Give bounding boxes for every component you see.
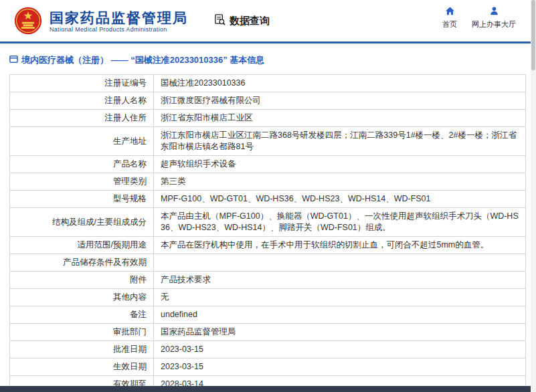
row-value: 产品技术要求 — [154, 272, 526, 289]
row-value: 2023-03-15 — [154, 359, 526, 376]
row-value: 第三类 — [154, 173, 526, 191]
row-label: 注册人住所 — [10, 110, 154, 127]
breadcrumb-icon — [9, 55, 18, 66]
row-label: 适用范围/预期用途 — [10, 237, 154, 254]
agency-name-en: National Medical Products Administration — [50, 26, 188, 33]
row-label: 审批部门 — [10, 324, 154, 341]
table-row: 附件产品技术要求 — [10, 272, 526, 289]
home-label: 首页 — [442, 19, 457, 29]
row-label: 产品名称 — [10, 156, 154, 173]
row-label: 注册证编号 — [10, 75, 154, 92]
table-row: 注册人名称浙江微度医疗器械有限公司 — [10, 92, 526, 110]
table-row: 注册证编号国械注准20233010336 — [10, 75, 526, 92]
row-label: 批准日期 — [10, 341, 154, 359]
table-row: 结构及组成/主要组成成分本产品由主机（MPF-G100）、换能器（WD-GT01… — [10, 208, 526, 237]
table-row: 备注undefined — [10, 306, 526, 324]
scrollbar[interactable] — [531, 0, 536, 392]
row-label: 产品储存条件及有效期 — [10, 254, 154, 272]
table-row: 审批部门国家药品监督管理局 — [10, 324, 526, 341]
row-label: 型号规格 — [10, 191, 154, 208]
registration-info-table: 注册证编号国械注准20233010336注册人名称浙江微度医疗器械有限公司注册人… — [9, 74, 526, 392]
row-value: 超声软组织手术设备 — [154, 156, 526, 173]
table-row: 其他内容无 — [10, 289, 526, 306]
data-query-nav[interactable]: 数据查询 — [213, 13, 270, 28]
table-row: 产品名称超声软组织手术设备 — [10, 156, 526, 173]
row-label: 其他内容 — [10, 289, 154, 306]
row-value: 浙江微度医疗器械有限公司 — [154, 92, 526, 110]
table-row: 产品储存条件及有效期 — [10, 254, 526, 272]
row-label: 结构及组成/主要组成成分 — [10, 208, 154, 237]
row-label: 生效日期 — [10, 359, 154, 376]
scrollbar-thumb[interactable] — [531, 0, 535, 70]
row-value: 本产品在医疗机构中使用，在手术中用于软组织的切割止血，可闭合不超过5mm的血管。 — [154, 237, 526, 254]
agency-brand: 国家药品监督管理局 National Medical Products Admi… — [13, 6, 188, 35]
table-row: 生效日期2023-03-15 — [10, 359, 526, 376]
breadcrumb: 境内医疗器械（注册） —— “国械注准20233010336” 基本信息 — [9, 54, 526, 66]
footer-bar — [0, 386, 531, 392]
agency-name-zh: 国家药品监督管理局 — [50, 9, 188, 26]
row-value: 浙江省东阳市横店工业区 — [154, 110, 526, 127]
breadcrumb-text: 境内医疗器械（注册） —— “国械注准20233010336” 基本信息 — [21, 54, 264, 66]
row-label: 注册人名称 — [10, 92, 154, 110]
data-query-label: 数据查询 — [230, 15, 270, 27]
row-label: 管理类别 — [10, 173, 154, 191]
row-value: 国械注准20233010336 — [154, 75, 526, 92]
row-value: 本产品由主机（MPF-G100）、换能器（WD-GT01）、一次性使用超声软组织… — [154, 208, 526, 237]
agency-name: 国家药品监督管理局 National Medical Products Admi… — [50, 9, 188, 33]
home-icon — [445, 6, 455, 17]
row-value: 无 — [154, 289, 526, 306]
row-value: 国家药品监督管理局 — [154, 324, 526, 341]
table-row: 生产地址浙江东阳市横店工业区江南二路368号研发楼四层；江南二路339号1#楼一… — [10, 127, 526, 156]
table-row: 适用范围/预期用途本产品在医疗机构中使用，在手术中用于软组织的切割止血，可闭合不… — [10, 237, 526, 254]
row-value: 2023-03-15 — [154, 341, 526, 359]
row-label: 生产地址 — [10, 127, 154, 156]
row-value — [154, 254, 526, 272]
row-value: undefined — [154, 306, 526, 324]
table-row: 型号规格MPF-G100、WD-GT01、WD-HS36、WD-HS23、WD-… — [10, 191, 526, 208]
national-emblem-logo — [13, 6, 43, 35]
data-query-icon — [213, 13, 226, 28]
table-row: 批准日期2023-03-15 — [10, 341, 526, 359]
row-label: 备注 — [10, 306, 154, 324]
top-nav: 首页 网上办事大厅 — [442, 6, 516, 29]
row-value: MPF-G100、WD-GT01、WD-HS36、WD-HS23、WD-HS14… — [154, 191, 526, 208]
home-link[interactable]: 首页 — [442, 6, 457, 29]
online-hall-link[interactable]: 网上办事大厅 — [472, 6, 516, 29]
main-content: 境内医疗器械（注册） —— “国械注准20233010336” 基本信息 注册证… — [0, 43, 536, 392]
header: 国家药品监督管理局 National Medical Products Admi… — [0, 0, 536, 41]
table-row: 注册人住所浙江省东阳市横店工业区 — [10, 110, 526, 127]
user-icon — [489, 6, 499, 17]
row-label: 附件 — [10, 272, 154, 289]
table-row: 管理类别第三类 — [10, 173, 526, 191]
row-value: 浙江东阳市横店工业区江南二路368号研发楼四层；江南二路339号1#楼一楼、2#… — [154, 127, 526, 156]
online-hall-label: 网上办事大厅 — [472, 19, 516, 29]
